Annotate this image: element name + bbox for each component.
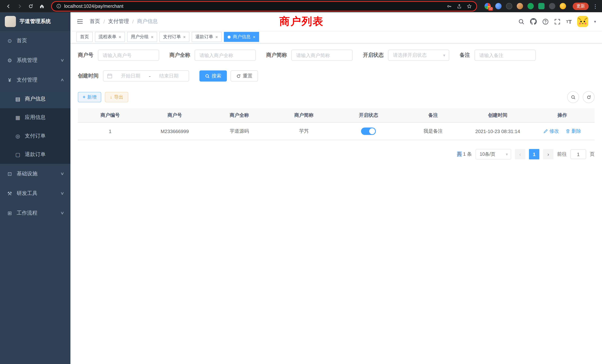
breadcrumb-separator: / (132, 19, 134, 24)
next-page-button[interactable]: › (543, 149, 553, 159)
plus-icon: + (83, 95, 86, 100)
tab-refund-order[interactable]: 退款订单 × (192, 32, 222, 42)
filter-status: 开启状态 请选择开启状态 ▾ (363, 50, 449, 61)
filter-label: 商户简称 (266, 52, 287, 59)
sidebar-item-workflow[interactable]: ⊞ 工作流程 ∨ (0, 203, 70, 223)
user-avatar[interactable] (577, 16, 589, 27)
toggle-search-icon[interactable] (567, 91, 579, 103)
search-icon[interactable] (518, 18, 525, 25)
tab-label: 用户分组 (131, 34, 149, 40)
devtools-icon: ⚒ (7, 190, 13, 196)
app-shell: 芋道管理系统 ⊙ 首页 ⚙ 系统管理 ∨ ¥ 支付管理 ∧ (0, 12, 602, 364)
page-size-select[interactable]: 10条/页 ▾ (476, 149, 511, 159)
browser-home-button[interactable] (37, 1, 47, 11)
browser-forward-button[interactable] (15, 1, 24, 11)
app-grid-icon: ▦ (15, 115, 21, 120)
full-name-input[interactable] (195, 50, 256, 61)
sidebar-item-app-info[interactable]: ▦ 应用信息 (0, 108, 70, 127)
merchant-no-input[interactable] (98, 50, 159, 61)
extensions-puzzle-icon[interactable] (549, 3, 555, 9)
create-time-range-picker[interactable]: 开始日期 - 结束日期 (103, 70, 189, 82)
sidebar-item-system[interactable]: ⚙ 系统管理 ∨ (0, 50, 70, 70)
status-toggle[interactable] (361, 128, 376, 135)
tab-merchant-info[interactable]: 商户信息 × (224, 32, 259, 42)
table-header-cell: 开启状态 (336, 112, 401, 119)
sidebar-item-pay-order[interactable]: ◎ 支付订单 (0, 127, 70, 145)
key-icon[interactable] (447, 3, 452, 9)
tab-home[interactable]: 首页 (76, 32, 93, 42)
sidebar-item-merchant-info[interactable]: ▤ 商户信息 (0, 90, 70, 108)
tab-label: 流程表单 (99, 34, 116, 40)
browser-back-button[interactable] (4, 1, 13, 11)
app-logo[interactable]: 芋道管理系统 (0, 12, 70, 31)
sidebar-item-label: 支付管理 (17, 76, 37, 83)
search-button[interactable]: 搜索 (199, 70, 227, 82)
extension-icon[interactable] (527, 3, 534, 9)
extension-icon[interactable]: 10 (484, 3, 491, 9)
close-icon[interactable]: × (183, 35, 186, 39)
filter-create-time: 创建时间 开始日期 - 结束日期 (78, 70, 189, 82)
add-button[interactable]: + 新增 (78, 92, 101, 102)
search-button-label: 搜索 (212, 73, 221, 79)
emoji-extension-icon[interactable] (560, 3, 566, 9)
font-size-icon[interactable]: TT (566, 18, 572, 25)
sidebar-item-label: 支付订单 (25, 133, 46, 139)
github-icon[interactable] (530, 18, 537, 25)
page-1-button[interactable]: 1 (529, 149, 539, 159)
status-select[interactable]: 请选择开启状态 ▾ (388, 50, 449, 61)
edit-link[interactable]: 修改 (543, 128, 559, 135)
address-bar[interactable]: localhost:1024/pay/merchant (51, 1, 477, 11)
extension-icon[interactable] (538, 3, 545, 9)
app-logo-avatar (5, 16, 16, 27)
tab-label: 商户信息 (233, 34, 251, 40)
extension-icon[interactable] (506, 3, 512, 9)
goto-page-input[interactable] (570, 149, 586, 159)
profile-avatar-icon[interactable] (517, 3, 523, 9)
close-icon[interactable]: × (151, 35, 153, 39)
help-icon[interactable] (542, 18, 549, 25)
browser-window: localhost:1024/pay/merchant 10 (0, 0, 602, 364)
close-icon[interactable]: × (119, 35, 121, 39)
sidebar-item-label: 首页 (17, 37, 27, 44)
sidebar-item-payment[interactable]: ¥ 支付管理 ∧ (0, 70, 70, 90)
reset-button[interactable]: 重置 (231, 70, 258, 82)
share-icon[interactable] (457, 3, 462, 9)
hamburger-icon[interactable] (76, 18, 84, 25)
omnibox-actions (447, 3, 472, 9)
fullscreen-icon[interactable] (554, 18, 560, 25)
cell-remark: 我是备注 (401, 128, 466, 135)
page-unit-label: 页 (590, 151, 595, 158)
table-header-cell: 创建时间 (465, 112, 530, 119)
refresh-icon[interactable] (583, 91, 595, 103)
short-name-input[interactable] (291, 50, 353, 61)
prev-page-button[interactable]: ‹ (515, 149, 525, 159)
bookmark-star-icon[interactable] (467, 3, 472, 9)
extension-icon[interactable] (495, 3, 502, 9)
merchant-icon: ▤ (15, 96, 21, 102)
tab-process-form[interactable]: 流程表单 × (95, 32, 125, 42)
tab-pay-order[interactable]: 支付订单 × (159, 32, 189, 42)
sidebar-item-home[interactable]: ⊙ 首页 (0, 31, 70, 50)
browser-toolbar: localhost:1024/pay/merchant 10 (0, 0, 602, 12)
close-icon[interactable]: × (215, 35, 218, 39)
filter-label: 商户号 (78, 52, 93, 59)
sidebar-item-refund-order[interactable]: ▢ 退款订单 (0, 145, 70, 164)
chevron-down-icon: ∨ (60, 171, 64, 176)
export-button[interactable]: ↓ 导出 (105, 92, 128, 102)
chevron-down-icon[interactable]: ▾ (594, 19, 596, 24)
sidebar-item-infrastructure[interactable]: ⊡ 基础设施 ∨ (0, 164, 70, 183)
sidebar-item-devtools[interactable]: ⚒ 研发工具 ∨ (0, 183, 70, 203)
breadcrumb-payment[interactable]: 支付管理 (108, 18, 129, 25)
infrastructure-icon: ⊡ (7, 171, 13, 177)
close-icon[interactable]: × (253, 35, 255, 39)
browser-update-button[interactable]: 更新 (573, 2, 589, 10)
site-info-icon[interactable] (56, 4, 61, 9)
delete-link[interactable]: 删除 (566, 128, 581, 135)
breadcrumb-home[interactable]: 首页 (90, 18, 100, 25)
browser-menu-icon[interactable]: ⋮ (592, 3, 598, 9)
filter-row-2: 创建时间 开始日期 - 结束日期 搜索 (78, 70, 595, 82)
tab-user-group[interactable]: 用户分组 × (127, 32, 157, 42)
refund-order-icon: ▢ (15, 152, 21, 158)
browser-reload-button[interactable] (26, 1, 36, 11)
remark-input[interactable] (474, 50, 536, 61)
